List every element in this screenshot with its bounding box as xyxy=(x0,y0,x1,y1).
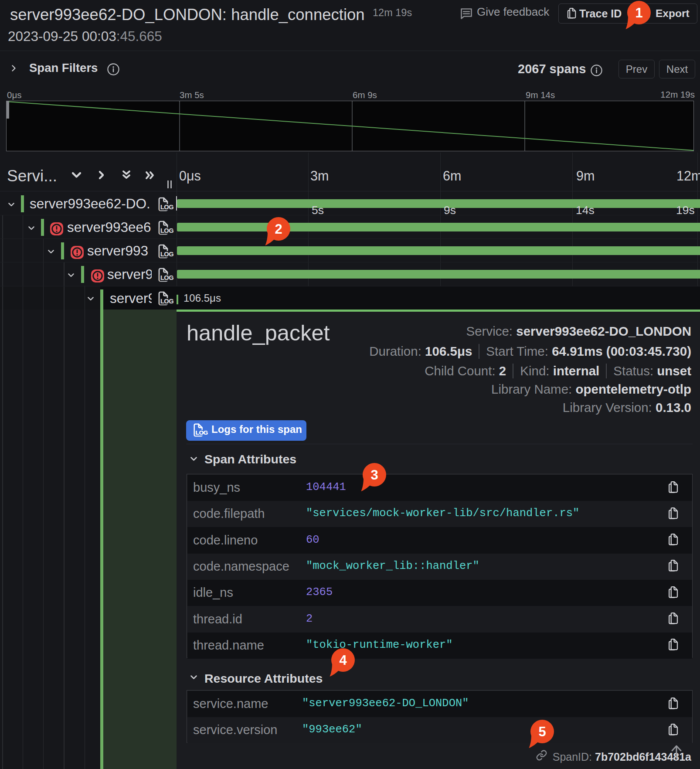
svg-text:LOG: LOG xyxy=(196,429,208,436)
svg-text:1: 1 xyxy=(635,5,642,20)
svg-text:LOG: LOG xyxy=(160,298,173,305)
svg-text:LOG: LOG xyxy=(160,227,173,234)
svg-text:3: 3 xyxy=(370,467,378,483)
svg-text:LOG: LOG xyxy=(160,251,173,258)
svg-text:4: 4 xyxy=(339,653,347,668)
svg-text:5: 5 xyxy=(538,724,546,739)
svg-text:2: 2 xyxy=(275,221,282,237)
svg-text:LOG: LOG xyxy=(160,204,173,211)
svg-text:LOG: LOG xyxy=(160,274,173,281)
